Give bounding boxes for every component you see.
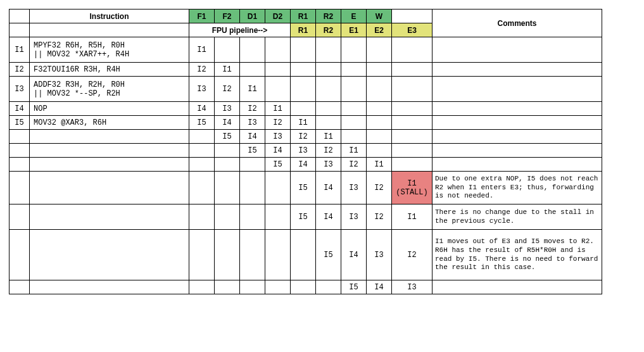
hdr-D1: D1 bbox=[240, 9, 265, 23]
row-index: I5 bbox=[9, 116, 30, 130]
stage-cell bbox=[341, 63, 367, 77]
stage-cell bbox=[316, 77, 341, 102]
stage-cell: I1 bbox=[240, 77, 265, 102]
stage-cell: I1 bbox=[392, 204, 432, 230]
stage-cell bbox=[341, 77, 367, 102]
stage-cell bbox=[240, 172, 265, 204]
comment-cell bbox=[432, 280, 602, 294]
stage-cell: I4 bbox=[189, 102, 215, 116]
stage-cell bbox=[265, 280, 291, 294]
stage-cell bbox=[215, 230, 240, 280]
row-index bbox=[9, 230, 30, 280]
stage-cell bbox=[367, 77, 392, 102]
stage-cell: I4 bbox=[367, 280, 392, 294]
stage-cell bbox=[215, 204, 240, 230]
stage-cell: I2 bbox=[392, 230, 432, 280]
row-index: I1 bbox=[9, 37, 30, 63]
row-index bbox=[9, 144, 30, 158]
row-index: I3 bbox=[9, 77, 30, 102]
hdr2-blank bbox=[9, 23, 30, 37]
stage-cell: I3 bbox=[341, 172, 367, 204]
instruction-cell bbox=[30, 230, 189, 280]
stage-cell bbox=[291, 280, 316, 294]
stage-cell: I4 bbox=[316, 204, 341, 230]
stage-cell bbox=[215, 280, 240, 294]
hdr-D2: D2 bbox=[265, 9, 291, 23]
hdr-W: W bbox=[367, 9, 392, 23]
comment-cell bbox=[432, 130, 602, 144]
stage-cell bbox=[367, 102, 392, 116]
table-row: I5I4I3 bbox=[9, 280, 602, 294]
stage-cell bbox=[392, 130, 432, 144]
stage-cell bbox=[265, 77, 291, 102]
stage-cell: I3 bbox=[189, 77, 215, 102]
stage-cell: I4 bbox=[215, 116, 240, 130]
stage-cell bbox=[392, 102, 432, 116]
stage-cell bbox=[265, 172, 291, 204]
stage-cell bbox=[392, 37, 432, 63]
instruction-cell bbox=[30, 158, 189, 172]
stage-cell: I1 bbox=[215, 63, 240, 77]
stage-cell bbox=[240, 37, 265, 63]
stage-cell bbox=[367, 37, 392, 63]
stage-cell bbox=[265, 63, 291, 77]
hdr-fpu-label: FPU pipeline--> bbox=[189, 23, 291, 37]
comment-cell bbox=[432, 37, 602, 63]
stage-cell: I5 bbox=[189, 116, 215, 130]
stage-cell: I2 bbox=[240, 102, 265, 116]
pipeline-table: Instruction F1 F2 D1 D2 R1 R2 E W Commen… bbox=[9, 9, 602, 294]
stage-cell bbox=[215, 158, 240, 172]
comment-cell: I1 moves out of E3 and I5 moves to R2. R… bbox=[432, 230, 602, 280]
comment-cell bbox=[432, 144, 602, 158]
instruction-cell bbox=[30, 144, 189, 158]
stage-cell bbox=[316, 102, 341, 116]
instruction-cell: MPYF32 R6H, R5H, R0H || MOV32 *XAR7++, R… bbox=[30, 37, 189, 63]
stage-cell: I5 bbox=[215, 130, 240, 144]
stage-cell: I5 bbox=[316, 230, 341, 280]
stage-cell: I2 bbox=[316, 144, 341, 158]
comment-cell bbox=[432, 158, 602, 172]
stage-cell: I4 bbox=[291, 158, 316, 172]
hdr-fpu-R1: R1 bbox=[291, 23, 316, 37]
stage-cell bbox=[341, 130, 367, 144]
stage-cell bbox=[189, 172, 215, 204]
table-row: I4NOPI4I3I2I1 bbox=[9, 102, 602, 116]
row-index bbox=[9, 130, 30, 144]
hdr-R2: R2 bbox=[316, 9, 341, 23]
stage-cell: I1 (STALL) bbox=[392, 172, 432, 204]
stage-cell bbox=[189, 230, 215, 280]
stage-cell bbox=[367, 63, 392, 77]
row-index: I2 bbox=[9, 63, 30, 77]
stage-cell: I1 bbox=[341, 144, 367, 158]
row-index: I4 bbox=[9, 102, 30, 116]
stage-cell: I2 bbox=[367, 172, 392, 204]
comment-cell: Due to one extra NOP, I5 does not reach … bbox=[432, 172, 602, 204]
table-row: I1MPYF32 R6H, R5H, R0H || MOV32 *XAR7++,… bbox=[9, 37, 602, 63]
stage-cell bbox=[316, 63, 341, 77]
instruction-cell bbox=[30, 172, 189, 204]
stage-cell bbox=[392, 77, 432, 102]
stage-cell bbox=[341, 102, 367, 116]
table-row: I5I4I3I2I1 moves out of E3 and I5 moves … bbox=[9, 230, 602, 280]
stage-cell: I5 bbox=[291, 204, 316, 230]
instruction-cell bbox=[30, 280, 189, 294]
stage-cell bbox=[291, 77, 316, 102]
stage-cell bbox=[291, 102, 316, 116]
hdr-F2: F2 bbox=[215, 9, 240, 23]
stage-cell bbox=[240, 280, 265, 294]
stage-cell: I2 bbox=[265, 116, 291, 130]
stage-cell bbox=[215, 37, 240, 63]
stage-cell: I3 bbox=[215, 102, 240, 116]
table-row: I5I4I3I2I1There is no change due to the … bbox=[9, 204, 602, 230]
table-row: I3ADDF32 R3H, R2H, R0H || MOV32 *--SP, R… bbox=[9, 77, 602, 102]
stage-cell: I1 bbox=[265, 102, 291, 116]
stage-cell bbox=[392, 144, 432, 158]
table-row: I5I4I3I2I1 bbox=[9, 130, 602, 144]
stage-cell: I2 bbox=[215, 77, 240, 102]
stage-cell: I4 bbox=[341, 230, 367, 280]
stage-cell: I4 bbox=[316, 172, 341, 204]
comment-cell bbox=[432, 63, 602, 77]
stage-cell: I3 bbox=[316, 158, 341, 172]
hdr-fpu-E1: E1 bbox=[341, 23, 367, 37]
stage-cell bbox=[291, 63, 316, 77]
